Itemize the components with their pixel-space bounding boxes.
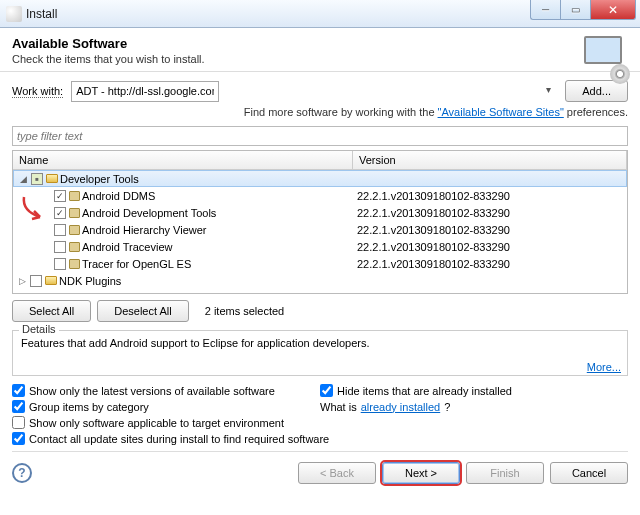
checkbox[interactable]: [54, 207, 66, 219]
bundle-icon: [69, 208, 80, 218]
opt-hide-installed[interactable]: Hide items that are already installed: [320, 384, 628, 397]
tree-group-ndk-plugins[interactable]: ▷NDK Plugins: [13, 272, 627, 289]
more-link[interactable]: More...: [587, 361, 621, 373]
cancel-button[interactable]: Cancel: [550, 462, 628, 484]
tree-label: Android Traceview: [82, 241, 173, 253]
page-subtitle: Check the items that you wish to install…: [12, 53, 628, 65]
work-with-combobox[interactable]: [71, 81, 219, 102]
tree-item[interactable]: Android DDMS 22.2.1.v201309180102-833290: [13, 187, 627, 204]
maximize-button[interactable]: ▭: [560, 0, 590, 20]
tree-version: 22.2.1.v201309180102-833290: [353, 207, 627, 219]
details-text: Features that add Android support to Ecl…: [21, 337, 370, 349]
tree-group-developer-tools[interactable]: ◢Developer Tools: [13, 170, 627, 187]
column-name[interactable]: Name: [13, 151, 353, 169]
minimize-button[interactable]: ─: [530, 0, 560, 20]
page-title: Available Software: [12, 36, 628, 51]
opt-whats-installed: What is already installed?: [320, 400, 628, 413]
tree-label: Android Hierarchy Viewer: [82, 224, 207, 236]
tree-item[interactable]: Android Development Tools 22.2.1.v201309…: [13, 204, 627, 221]
details-label: Details: [19, 323, 59, 335]
window-title: Install: [26, 7, 57, 21]
opt-contact-sites[interactable]: Contact all update sites during install …: [12, 432, 628, 445]
tree-label: Tracer for OpenGL ES: [82, 258, 191, 270]
folder-icon: [45, 276, 57, 285]
finish-button[interactable]: Finish: [466, 462, 544, 484]
software-tree[interactable]: Name Version ◢Developer Tools Android DD…: [12, 150, 628, 294]
tree-item[interactable]: Tracer for OpenGL ES 22.2.1.v20130918010…: [13, 255, 627, 272]
expand-icon[interactable]: ◢: [18, 174, 28, 184]
help-icon[interactable]: ?: [12, 463, 32, 483]
deselect-all-button[interactable]: Deselect All: [97, 300, 188, 322]
work-with-label: Work with:: [12, 85, 63, 98]
tree-label: Android DDMS: [82, 190, 155, 202]
app-icon: [6, 6, 22, 22]
bundle-icon: [69, 225, 80, 235]
checkbox[interactable]: [54, 258, 66, 270]
tree-version: 22.2.1.v201309180102-833290: [353, 190, 627, 202]
selection-status: 2 items selected: [205, 305, 284, 317]
next-button[interactable]: Next >: [382, 462, 460, 484]
details-group: Details Features that add Android suppor…: [12, 330, 628, 376]
available-sites-link[interactable]: "Available Software Sites": [438, 106, 564, 118]
tree-label: Developer Tools: [60, 173, 139, 185]
bundle-icon: [69, 259, 80, 269]
opt-group-category[interactable]: Group items by category: [12, 400, 320, 413]
checkbox[interactable]: [54, 190, 66, 202]
tree-version: 22.2.1.v201309180102-833290: [353, 258, 627, 270]
checkbox[interactable]: [30, 275, 42, 287]
checkbox[interactable]: [54, 241, 66, 253]
filter-input[interactable]: [12, 126, 628, 146]
folder-icon: [46, 174, 58, 183]
column-version[interactable]: Version: [353, 151, 627, 169]
checkbox[interactable]: [31, 173, 43, 185]
tree-label: NDK Plugins: [59, 275, 121, 287]
opt-applicable-env[interactable]: Show only software applicable to target …: [12, 416, 320, 429]
opt-latest-versions[interactable]: Show only the latest versions of availab…: [12, 384, 320, 397]
tree-item[interactable]: Android Traceview 22.2.1.v201309180102-8…: [13, 238, 627, 255]
close-button[interactable]: ✕: [590, 0, 636, 20]
title-bar: Install ─ ▭ ✕: [0, 0, 640, 28]
find-more-text: Find more software by working with the "…: [12, 106, 628, 118]
bundle-icon: [69, 191, 80, 201]
tree-item[interactable]: Android Hierarchy Viewer 22.2.1.v2013091…: [13, 221, 627, 238]
bundle-icon: [69, 242, 80, 252]
tree-label: Android Development Tools: [82, 207, 216, 219]
back-button[interactable]: < Back: [298, 462, 376, 484]
checkbox[interactable]: [54, 224, 66, 236]
expand-icon[interactable]: ▷: [17, 276, 27, 286]
already-installed-link[interactable]: already installed: [361, 401, 441, 413]
install-icon: [584, 36, 626, 78]
tree-version: 22.2.1.v201309180102-833290: [353, 224, 627, 236]
select-all-button[interactable]: Select All: [12, 300, 91, 322]
tree-version: 22.2.1.v201309180102-833290: [353, 241, 627, 253]
wizard-header: Available Software Check the items that …: [0, 28, 640, 72]
